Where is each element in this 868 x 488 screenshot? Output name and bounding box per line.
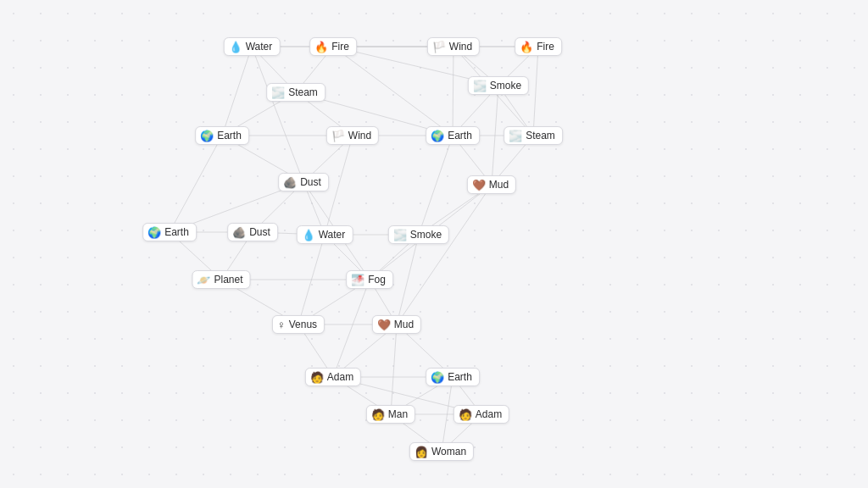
node-icon-earth2: 🌍 [431,130,444,141]
node-icon-adam1: 🧑 [310,372,324,383]
node-man1[interactable]: 🧑Man [366,405,415,424]
node-icon-planet1: 🪐 [197,274,210,286]
svg-line-12 [453,47,453,136]
node-earth3[interactable]: 🌍Earth [142,223,197,241]
node-icon-wind2: 🏳️ [331,130,345,141]
node-label-dust2: Dust [249,226,270,238]
node-icon-fire2: 🔥 [520,42,533,53]
svg-line-38 [397,185,492,324]
node-icon-smoke2: 🌫️ [393,230,407,241]
node-fog1[interactable]: 🌁Fog [346,270,393,289]
node-label-woman1: Woman [431,446,466,458]
node-icon-water2: 💧 [302,230,315,241]
node-label-fire1: Fire [331,41,349,53]
node-label-mud2: Mud [394,319,414,330]
node-label-adam2: Adam [476,408,502,420]
node-icon-fog1: 🌁 [351,274,364,286]
node-label-steam2: Steam [526,130,555,141]
node-planet1[interactable]: 🪐Planet [192,270,250,289]
node-dust2[interactable]: 🪨Dust [227,223,278,241]
node-fire2[interactable]: 🔥Fire [515,37,562,56]
svg-line-15 [533,47,538,136]
node-label-steam1: Steam [288,86,318,98]
node-icon-woman1: 👩 [415,446,428,458]
node-adam1[interactable]: 🧑Adam [305,368,361,386]
node-label-planet1: Planet [214,274,242,286]
node-smoke2[interactable]: 🌫️Smoke [388,225,449,244]
node-icon-fire1: 🔥 [314,42,328,53]
node-label-earth1: Earth [217,130,242,141]
node-earth4[interactable]: 🌍Earth [426,368,480,386]
node-icon-dust1: 🪨 [283,177,297,188]
node-steam1[interactable]: 🌫️Steam [266,83,326,102]
node-label-smoke1: Smoke [490,80,521,92]
svg-line-2 [222,47,252,136]
node-icon-steam2: 🌫️ [509,130,522,141]
node-label-venus1: Venus [289,319,317,330]
node-wind1[interactable]: 🏳️Wind [427,37,480,56]
svg-line-3 [252,47,303,182]
node-icon-earth4: 🌍 [431,372,444,383]
node-label-water1: Water [246,41,273,53]
node-icon-water1: 💧 [229,42,242,53]
node-water2[interactable]: 💧Water [297,225,353,244]
node-label-mud1: Mud [489,179,509,191]
node-dust1[interactable]: 🪨Dust [278,173,329,191]
graph-container: 💧Water🔥Fire🏳️Wind🔥Fire🌫️Steam🌫️Smoke🌍Ear… [0,0,868,488]
node-earth2[interactable]: 🌍Earth [426,126,480,145]
node-icon-adam2: 🧑 [459,409,472,420]
node-label-wind2: Wind [348,130,371,141]
node-woman1[interactable]: 👩Woman [409,442,474,461]
node-icon-venus1: ♀️ [277,319,286,330]
node-label-adam1: Adam [327,371,353,383]
node-steam2[interactable]: 🌫️Steam [504,126,563,145]
node-label-fire2: Fire [537,41,554,53]
node-smoke1[interactable]: 🌫️Smoke [468,76,529,95]
svg-line-30 [419,136,453,235]
node-label-earth4: Earth [448,371,472,383]
node-venus1[interactable]: ♀️Venus [272,315,325,334]
node-icon-steam1: 🌫️ [271,87,285,98]
node-mud1[interactable]: 🤎Mud [467,175,516,194]
svg-line-47 [397,235,419,324]
node-label-water2: Water [319,229,346,241]
node-icon-dust2: 🪨 [232,227,246,238]
svg-line-9 [333,47,453,136]
node-label-earth3: Earth [164,226,189,238]
node-label-wind1: Wind [449,41,472,53]
node-icon-mud2: 🤎 [377,319,391,330]
node-icon-smoke1: 🌫️ [473,80,487,92]
node-icon-wind1: 🏳️ [432,42,446,53]
node-label-earth2: Earth [448,130,472,141]
node-mud2[interactable]: 🤎Mud [372,315,421,334]
node-earth1[interactable]: 🌍Earth [195,126,249,145]
svg-line-24 [170,136,222,232]
node-icon-mud1: 🤎 [472,180,486,191]
edges-svg [0,0,868,488]
node-water1[interactable]: 💧Water [224,37,281,56]
node-icon-earth1: 🌍 [200,130,214,141]
node-icon-man1: 🧑 [371,409,385,420]
node-adam2[interactable]: 🧑Adam [453,405,509,424]
node-label-fog1: Fog [368,274,386,286]
node-label-man1: Man [388,408,408,420]
svg-line-57 [391,324,397,414]
node-label-dust1: Dust [300,176,321,188]
node-icon-earth3: 🌍 [147,227,161,238]
node-wind2[interactable]: 🏳️Wind [326,126,379,145]
node-fire1[interactable]: 🔥Fire [309,37,357,56]
node-label-smoke2: Smoke [410,229,442,241]
